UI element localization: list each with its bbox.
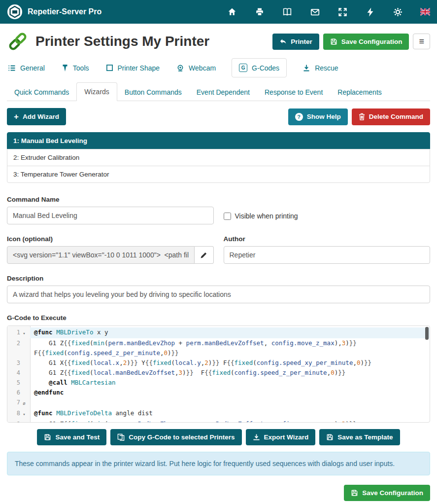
tab-gcodes-label: G-Codes <box>252 64 279 72</box>
home-icon[interactable] <box>227 7 237 17</box>
subtab-event-dependent[interactable]: Event Dependent <box>189 83 257 101</box>
line-number: 6 <box>7 388 20 397</box>
save-floppy-icon <box>330 38 337 45</box>
link-chain-icon <box>7 31 29 52</box>
wizard-list-item-temperature-tower[interactable]: 3: Temperature Tower Generator <box>7 166 430 183</box>
line-number: 9 <box>7 419 20 423</box>
fold-marker-icon[interactable]: ø <box>20 397 28 408</box>
printer-icon[interactable] <box>255 7 265 17</box>
app-logo-icon <box>7 4 23 20</box>
description-input[interactable] <box>7 286 430 303</box>
tab-printer-shape[interactable]: Printer Shape <box>105 59 161 77</box>
line-number: 5 <box>7 378 20 388</box>
editor-scrollbar-thumb[interactable] <box>425 327 429 340</box>
save-floppy-icon <box>44 433 51 441</box>
printer-button-label: Printer <box>291 38 312 45</box>
tab-rescue[interactable]: Rescue <box>302 59 339 77</box>
download-icon <box>253 433 260 441</box>
tab-webcam-label: Webcam <box>189 64 216 72</box>
subtab-replacements[interactable]: Replacements <box>330 83 389 101</box>
save-configuration-button-top[interactable]: Save Configuration <box>323 34 409 50</box>
fold-marker-icon[interactable]: ▾ <box>20 327 28 338</box>
fold-marker-icon[interactable] <box>20 419 28 420</box>
icon-svg-input[interactable] <box>7 246 195 264</box>
plus-icon: + <box>14 112 19 121</box>
subtab-response-to-event[interactable]: Response to Event <box>257 83 330 101</box>
wizard-action-row: + Add Wizard ? Show Help Delete Command <box>7 108 430 125</box>
visible-when-printing-checkbox[interactable] <box>224 213 231 220</box>
code-line: 1▾@func MBLDriveTo x y <box>7 327 430 338</box>
code-line: 7ø <box>7 397 430 408</box>
tab-webcam[interactable]: Webcam <box>175 59 217 77</box>
fold-marker-icon[interactable]: ▾ <box>20 408 28 419</box>
manual-book-icon[interactable] <box>282 7 292 17</box>
export-wizard-button[interactable]: Export Wizard <box>246 429 316 445</box>
line-number: 2 <box>7 338 20 348</box>
messages-mail-icon[interactable] <box>310 7 320 17</box>
fold-marker-icon[interactable] <box>20 388 28 389</box>
editor-footer-actions: Save and Test Copy G-Code to selected Pr… <box>7 429 430 445</box>
save-and-test-label: Save and Test <box>55 433 100 441</box>
settings-tabs: General Tools Printer Shape Webcam G G-C… <box>7 58 430 77</box>
subtab-wizards[interactable]: Wizards <box>76 82 117 101</box>
show-help-button[interactable]: ? Show Help <box>288 108 348 125</box>
code-text: @endfunc <box>30 388 430 397</box>
hamburger-icon: ≡ <box>419 37 424 46</box>
copy-gcode-button[interactable]: Copy G-Code to selected Printers <box>110 429 241 445</box>
code-line: 4 G1 Z{{fixed(local.manBedLevZoffset,3)}… <box>7 368 430 378</box>
rescue-icon <box>303 64 310 72</box>
quick-actions-bolt-icon[interactable] <box>365 7 375 17</box>
save-as-template-button[interactable]: Save as Template <box>319 429 400 445</box>
line-number: 8 <box>7 408 20 418</box>
wizard-list-item-extruder-calibration[interactable]: 2: Extruder Calibration <box>7 149 430 166</box>
command-name-input[interactable] <box>7 207 214 224</box>
code-line: 3 G1 X{{fixed(local.x,2)}} Y{{fixed(loca… <box>7 358 430 368</box>
gcode-subtabs: Quick Commands Wizards Button Commands E… <box>7 82 430 101</box>
line-number: 7 <box>7 397 20 407</box>
subtab-button-commands[interactable]: Button Commands <box>117 83 189 101</box>
code-line: 2 G1 Z{{fixed(min(perm.manBedLevZhop + p… <box>7 338 430 358</box>
fold-marker-icon[interactable] <box>20 358 28 359</box>
code-text: G1 Z{{fixed(min(perm.manBedLevZhop + per… <box>30 338 430 358</box>
code-text <box>30 397 430 408</box>
global-settings-gear-icon[interactable] <box>393 7 403 17</box>
code-line: 8▾@func MBLDriveToDelta angle dist <box>7 408 430 419</box>
menu-button[interactable]: ≡ <box>413 34 430 49</box>
delete-command-label: Delete Command <box>369 113 423 120</box>
command-name-label: Command Name <box>7 196 214 203</box>
fold-marker-icon[interactable] <box>20 338 28 339</box>
tab-general[interactable]: General <box>7 59 46 77</box>
tab-gcodes[interactable]: G G-Codes <box>232 58 287 77</box>
add-wizard-button[interactable]: + Add Wizard <box>7 108 66 125</box>
code-text: @func MBLDriveTo x y <box>30 327 430 338</box>
copy-gcode-label: Copy G-Code to selected Printers <box>129 433 235 441</box>
line-number: 1 <box>7 327 20 337</box>
printer-back-button[interactable]: Printer <box>272 34 319 50</box>
icon-optional-label: Icon (optional) <box>7 235 214 243</box>
author-input[interactable] <box>224 246 431 264</box>
wizard-list-item-manual-bed-leveling[interactable]: 1: Manual Bed Leveling <box>7 132 430 149</box>
fold-marker-icon[interactable] <box>20 378 28 379</box>
webcam-icon <box>176 64 184 72</box>
brand[interactable]: Repetier-Server Pro <box>7 4 101 20</box>
code-text: G1 Z{{fixed(min(perm.manBedLevZhop + per… <box>30 419 430 423</box>
edit-icon-button[interactable] <box>195 246 213 264</box>
code-text: @call MBLCartesian <box>30 378 430 388</box>
tab-printer-shape-label: Printer Shape <box>118 64 160 72</box>
delete-command-button[interactable]: Delete Command <box>352 108 430 125</box>
save-and-test-button[interactable]: Save and Test <box>37 429 106 445</box>
subtab-quick-commands[interactable]: Quick Commands <box>7 83 76 101</box>
code-line: 5 @call MBLCartesian <box>7 378 430 388</box>
language-flag-icon[interactable] <box>420 7 430 17</box>
pen-icon <box>200 252 207 259</box>
gcode-editor[interactable]: 1▾@func MBLDriveTo x y2 G1 Z{{fixed(min(… <box>7 325 430 423</box>
code-line: 9 G1 Z{{fixed(min(perm.manBedLevZhop + p… <box>7 419 430 423</box>
fold-marker-icon[interactable] <box>20 368 28 369</box>
code-text: @func MBLDriveToDelta angle dist <box>30 408 430 419</box>
info-alert: These commands appear in the printer wiz… <box>7 452 430 475</box>
fullscreen-icon[interactable] <box>337 7 347 17</box>
question-icon: ? <box>295 113 303 121</box>
author-label: Author <box>224 235 431 243</box>
tab-tools[interactable]: Tools <box>61 59 90 77</box>
save-configuration-button-bottom[interactable]: Save Configuration <box>344 485 430 501</box>
